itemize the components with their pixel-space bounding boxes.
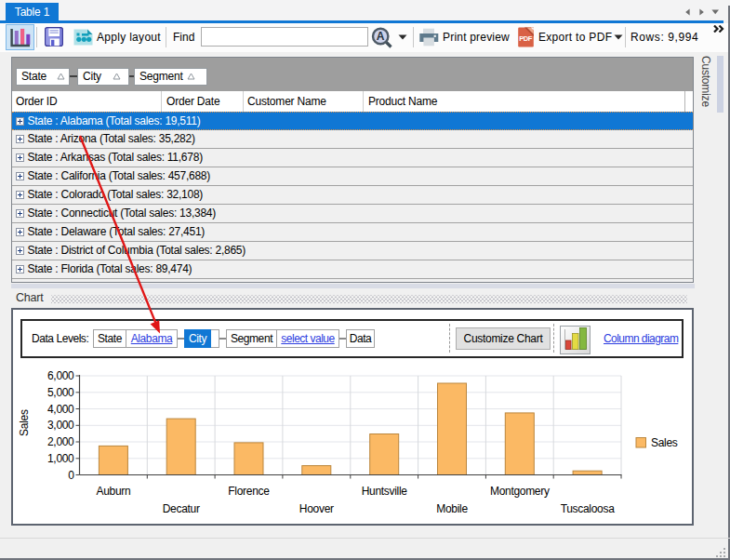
svg-text:Mobile: Mobile bbox=[436, 502, 468, 515]
svg-text:4,000: 4,000 bbox=[47, 403, 74, 416]
svg-text:5,000: 5,000 bbox=[47, 386, 74, 399]
svg-text:Sales: Sales bbox=[18, 409, 31, 436]
svg-text:Sales: Sales bbox=[651, 436, 678, 449]
svg-text:Hoover: Hoover bbox=[299, 502, 334, 515]
svg-text:6,000: 6,000 bbox=[47, 369, 74, 382]
svg-text:Decatur: Decatur bbox=[163, 502, 200, 515]
svg-text:Auburn: Auburn bbox=[96, 485, 130, 498]
svg-text:Tuscaloosa: Tuscaloosa bbox=[561, 502, 616, 515]
svg-text:Florence: Florence bbox=[228, 485, 270, 498]
svg-text:Huntsville: Huntsville bbox=[362, 485, 408, 498]
svg-text:1,000: 1,000 bbox=[47, 452, 74, 465]
svg-text:2,000: 2,000 bbox=[47, 435, 74, 448]
svg-text:Montgomery: Montgomery bbox=[490, 485, 550, 498]
svg-text:0: 0 bbox=[68, 469, 74, 482]
svg-text:3,000: 3,000 bbox=[47, 419, 74, 432]
